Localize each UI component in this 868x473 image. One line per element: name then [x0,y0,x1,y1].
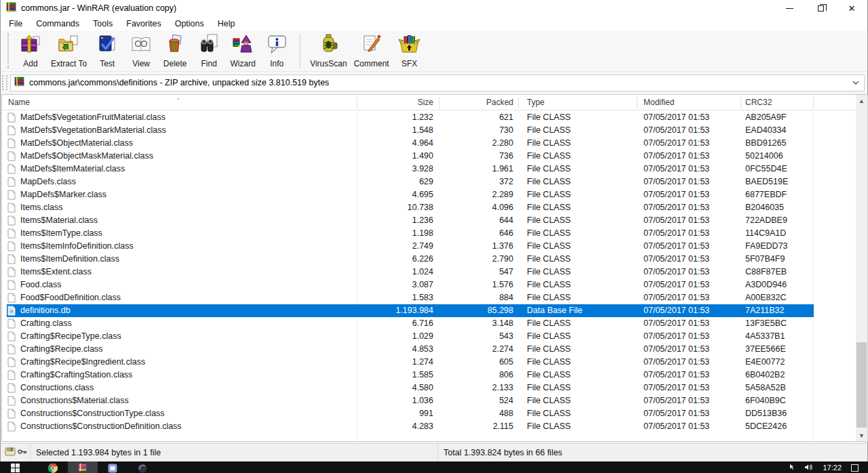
file-row[interactable]: Constructions.class4.5802.133File CLASS0… [2,382,856,394]
menu-favorites[interactable]: Favorites [119,18,167,30]
toolbar: Add Extract To Test View Delete Find Wiz… [1,30,867,72]
start-button[interactable] [0,461,30,473]
cell-size: 6.226 [294,253,433,266]
file-row[interactable]: Crafting$Recipe.class4.8532.274File CLAS… [2,343,856,356]
file-icon [7,291,18,304]
file-row[interactable]: Items$Extent.class1.024547File CLASS07/0… [2,266,856,279]
file-row[interactable]: MapDefs$Marker.class4.6952.289File CLASS… [2,188,856,201]
address-grip-2[interactable] [6,75,8,90]
file-row[interactable]: Crafting.class6.7163.148File CLASS07/05/… [2,317,856,330]
cell-packed: 1.961 [442,163,513,176]
cell-modified: 07/05/2017 01:53 [644,176,742,188]
delete-button[interactable]: Delete [158,32,192,70]
file-row[interactable]: definitions.db1.193.98485.298Data Base F… [2,304,856,317]
taskbar-chrome[interactable] [38,461,68,473]
cell-size: 2.749 [294,240,433,253]
taskbar-dark-app[interactable] [127,461,157,473]
comment-button[interactable]: Comment [351,32,393,70]
column-header-name[interactable]: Name [8,95,30,110]
header-separator[interactable] [813,97,814,108]
column-header-crc32[interactable]: CRC32 [745,95,772,110]
sfx-button[interactable]: SFX [393,32,427,70]
file-icon [7,124,18,137]
volume-icon[interactable] [804,464,813,471]
cell-packed: 488 [442,407,513,420]
file-row[interactable]: Constructions$Material.class1.036524File… [2,394,856,407]
column-header-modified[interactable]: Modified [644,95,674,110]
close-button[interactable]: ✕ [836,0,867,16]
info-button[interactable]: Info [260,32,294,70]
file-row[interactable]: MatDefs$VegetationBarkMaterial.class1.54… [2,124,856,137]
address-combobox[interactable]: commons.jar\commons\definitions - ZIP ar… [10,75,865,91]
scrollbar-thumb[interactable] [856,342,867,428]
view-button[interactable]: View [124,32,158,70]
taskbar: 17:22 [0,461,868,473]
test-button[interactable]: Test [90,32,124,70]
file-row[interactable]: Constructions$ConstructionDefinition.cla… [2,420,856,433]
file-row[interactable]: Items$ItemType.class1.198646File CLASS07… [2,227,856,240]
file-row[interactable]: MatDefs$VegetationFruitMaterial.class1.2… [2,111,856,124]
file-row[interactable]: Items.class10.7384.096File CLASS07/05/20… [2,201,856,214]
file-row[interactable]: Crafting$CraftingStation.class1.585806Fi… [2,369,856,382]
taskbar-mail-app[interactable] [98,461,127,473]
cell-type: File CLASS [527,407,639,420]
address-grip[interactable] [2,75,4,90]
extract-to-icon [58,33,80,58]
file-row[interactable]: Items$ItemInfoDefinition.class2.7491.376… [2,240,856,253]
cell-type: File CLASS [527,240,639,253]
column-header-size[interactable]: Size [294,95,433,110]
cell-packed: 646 [442,227,513,240]
file-icon [7,163,18,176]
file-row[interactable]: Constructions$ConstructionType.class9914… [2,407,856,420]
file-row[interactable]: Items$Material.class1.236644File CLASS07… [2,214,856,227]
virusscan-button[interactable]: VirusScan [307,32,350,70]
find-button[interactable]: Find [192,32,226,70]
key-icon[interactable] [18,447,27,458]
menu-file[interactable]: File [2,18,29,30]
menu-tools[interactable]: Tools [86,18,119,30]
toolbar-grip[interactable] [7,33,9,68]
chevron-down-icon[interactable] [848,75,864,91]
taskbar-winrar[interactable] [68,461,98,473]
clock[interactable]: 17:22 [823,464,842,472]
scroll-up-icon[interactable]: ▲ [856,95,867,106]
file-row[interactable]: MatDefs$ObjectMaskMaterial.class1.490736… [2,150,856,163]
selected-summary: Selected 1.193.984 bytes in 1 file [31,444,437,461]
pointer-icon[interactable] [788,464,795,470]
header-separator[interactable] [518,97,519,108]
cell-size: 4.695 [294,188,433,201]
cell-packed: 2.274 [442,343,513,356]
cell-name: MatDefs$VegetationBarkMaterial.class [20,124,293,137]
file-row[interactable]: MatDefs$ObjectMaterial.class4.9642.280Fi… [2,137,856,150]
scroll-down-icon[interactable]: ▼ [856,430,867,441]
file-row[interactable]: MapDefs.class629372File CLASS07/05/2017 … [2,176,856,188]
cell-size: 1.583 [294,291,433,304]
file-row[interactable]: Items$ItemDefinition.class6.2262.790File… [2,253,856,266]
file-row[interactable]: MatDefs$ItemMaterial.class3.9281.961File… [2,163,856,176]
menu-help[interactable]: Help [211,18,242,30]
extract-to-button[interactable]: Extract To [47,32,90,70]
action-center-icon[interactable] [851,464,859,472]
minimize-button[interactable] [774,0,805,16]
file-row[interactable]: Crafting$RecipeType.class1.029543File CL… [2,330,856,343]
disk-icon[interactable] [5,447,16,458]
header-separator[interactable] [741,97,741,108]
menu-options[interactable]: Options [168,18,211,30]
add-button[interactable]: Add [14,32,47,70]
column-header-type[interactable]: Type [527,95,545,110]
file-row[interactable]: Crafting$Recipe$Ingredient.class1.274605… [2,356,856,369]
cell-packed: 2.133 [442,382,513,394]
column-header-packed[interactable]: Packed [442,95,513,110]
cell-size: 1.036 [294,394,433,407]
header-separator[interactable] [637,97,637,108]
restore-button[interactable] [805,0,836,16]
file-icon [7,382,18,394]
file-row[interactable]: Food$FoodDefinition.class1.583884File CL… [2,291,856,304]
cell-packed: 4.096 [442,201,513,214]
file-row[interactable]: Food.class3.0871.576File CLASS07/05/2017… [2,279,856,291]
menu-commands[interactable]: Commands [29,18,86,30]
file-icon [7,317,18,330]
wizard-button[interactable]: Wizard [226,32,260,70]
header-separator[interactable] [439,97,439,108]
vertical-scrollbar[interactable]: ▲ ▼ [856,95,867,441]
